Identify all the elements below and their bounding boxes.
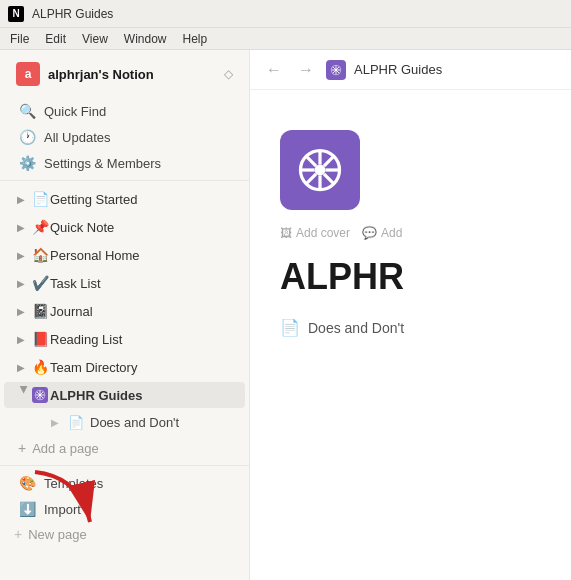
workspace-avatar: a [16,62,40,86]
sidebar-item-all-updates[interactable]: 🕐 All Updates [4,125,245,149]
svg-line-27 [324,156,334,166]
main-layout: a alphrjan's Notion ◇ 🔍 Quick Find 🕐 All… [0,50,571,580]
plus-icon: + [18,440,26,456]
expand-icon: ▶ [12,274,30,292]
journal-icon: 📓 [30,301,50,321]
sidebar: a alphrjan's Notion ◇ 🔍 Quick Find 🕐 All… [0,50,250,580]
all-updates-label: All Updates [44,130,110,145]
expand-icon: ▶ [12,190,30,208]
sidebar-item-settings[interactable]: ⚙️ Settings & Members [4,151,245,175]
sidebar-divider-2 [0,465,249,466]
menu-help[interactable]: Help [177,30,214,48]
page-title: ALPHR [280,256,404,298]
svg-line-15 [333,66,335,68]
menu-file[interactable]: File [4,30,35,48]
content-toolbar: ← → ALPHR Guides [250,50,571,90]
nav-label-reading-list: Reading List [50,332,237,347]
does-and-dont-label: Does and Don't [308,320,404,336]
nav-label-quick-note: Quick Note [50,220,237,235]
wheel-icon-large [294,144,346,196]
menu-edit[interactable]: Edit [39,30,72,48]
svg-line-28 [306,174,316,184]
sidebar-item-quick-note[interactable]: ▶ 📌 Quick Note [4,214,245,240]
page-icon: 📄 [30,189,50,209]
nav-label-personal-home: Personal Home [50,248,237,263]
add-page-label: Add a page [32,441,99,456]
workspace-selector[interactable]: a alphrjan's Notion ◇ [6,54,243,94]
svg-line-16 [337,71,339,73]
svg-line-6 [41,396,43,398]
page-icon-small [326,60,346,80]
sidebar-item-templates[interactable]: 🎨 Templates [4,471,245,495]
titlebar: N ALPHR Guides [0,0,571,28]
subitem-label-does-and-dont: Does and Don't [90,415,179,430]
toolbar-page-title: ALPHR Guides [354,62,442,77]
expand-icon: ▶ [12,386,30,404]
nav-label-task-list: Task List [50,276,237,291]
nav-label-journal: Journal [50,304,237,319]
svg-point-19 [315,165,326,176]
svg-line-17 [337,66,339,68]
expand-icon: ▶ [12,302,30,320]
svg-point-0 [39,394,42,397]
page-content-does-and-dont[interactable]: 📄 Does and Don't [280,318,404,337]
sidebar-subitem-does-and-dont[interactable]: ▶ 📄 Does and Don't [4,410,245,434]
sidebar-item-getting-started[interactable]: ▶ 📄 Getting Started [4,186,245,212]
expand-icon: ▶ [12,246,30,264]
expand-icon: ▶ [12,218,30,236]
gear-icon: ⚙️ [18,155,36,171]
page-doc-icon: 📄 [280,318,300,337]
expand-icon: ▶ [12,358,30,376]
sidebar-item-import[interactable]: ⬇️ Import [4,497,245,521]
wheel-icon [30,385,50,405]
templates-label: Templates [44,476,103,491]
workspace-name: alphrjan's Notion [48,67,216,82]
check-icon: ✔️ [30,273,50,293]
nav-label-alphr-guides: ALPHR Guides [50,388,237,403]
window-title: ALPHR Guides [32,7,113,21]
new-page-section: + New page [0,522,249,546]
new-page-label[interactable]: New page [28,527,87,542]
sidebar-item-reading-list[interactable]: ▶ 📕 Reading List [4,326,245,352]
pin-icon: 📌 [30,217,50,237]
sidebar-item-team-directory[interactable]: ▶ 🔥 Team Directory [4,354,245,380]
svg-line-7 [41,392,43,394]
svg-line-25 [306,156,316,166]
sidebar-divider-1 [0,180,249,181]
page-body: 🖼 Add cover 💬 Add ALPHR 📄 Does and Don't [250,90,571,580]
sidebar-item-personal-home[interactable]: ▶ 🏠 Personal Home [4,242,245,268]
comment-icon: 💬 [362,226,377,240]
svg-line-8 [37,396,39,398]
menubar: File Edit View Window Help [0,28,571,50]
image-icon: 🖼 [280,226,292,240]
plus-icon-new: + [14,526,22,542]
home-icon: 🏠 [30,245,50,265]
sidebar-item-task-list[interactable]: ▶ ✔️ Task List [4,270,245,296]
sidebar-item-quick-find[interactable]: 🔍 Quick Find [4,99,245,123]
add-cover-button[interactable]: 🖼 Add cover [280,226,350,240]
templates-icon: 🎨 [18,475,36,491]
nav-label-team-directory: Team Directory [50,360,237,375]
svg-line-26 [324,174,334,184]
page-actions: 🖼 Add cover 💬 Add [280,226,402,240]
app-icon: N [8,6,24,22]
add-page-button[interactable]: + Add a page [4,436,245,460]
content-area: ← → ALPHR Guides [250,50,571,580]
menu-view[interactable]: View [76,30,114,48]
svg-line-18 [333,71,335,73]
add-comment-button[interactable]: 💬 Add [362,226,402,240]
svg-line-5 [37,392,39,394]
forward-button[interactable]: → [294,59,318,81]
nav-label-getting-started: Getting Started [50,192,237,207]
import-icon: ⬇️ [18,501,36,517]
page-icon: 📄 [68,415,84,430]
sidebar-item-journal[interactable]: ▶ 📓 Journal [4,298,245,324]
sidebar-item-alphr-guides[interactable]: ▶ ALPHR Guides [4,382,245,408]
fire-icon: 🔥 [30,357,50,377]
expand-icon: ▶ [46,413,64,431]
expand-icon: ▶ [12,330,30,348]
menu-window[interactable]: Window [118,30,173,48]
import-label: Import [44,502,81,517]
back-button[interactable]: ← [262,59,286,81]
search-icon: 🔍 [18,103,36,119]
